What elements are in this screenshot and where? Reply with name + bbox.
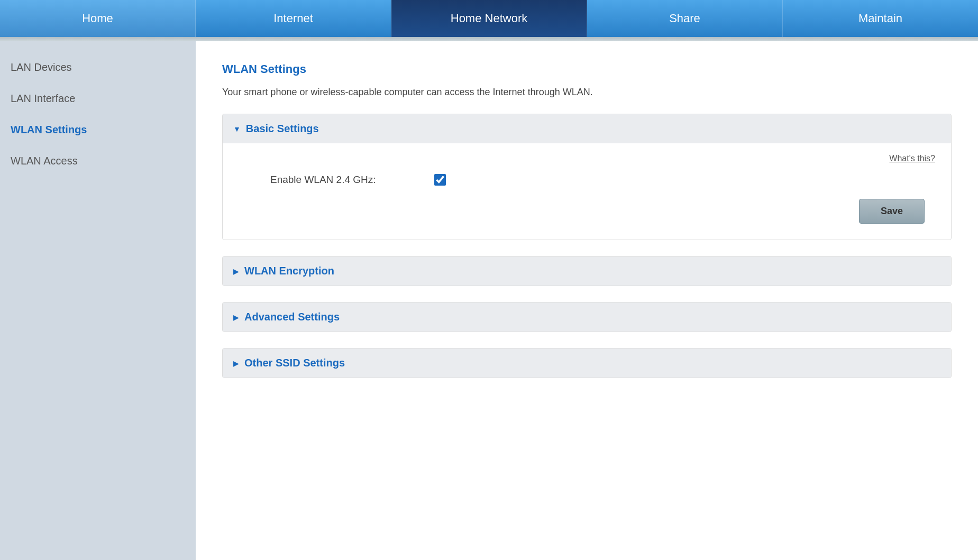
basic-settings-arrow: ▼ [233,125,241,133]
sidebar-item-wlan-settings[interactable]: WLAN Settings [0,114,196,145]
nav-home-network[interactable]: Home Network [391,0,587,37]
other-ssid-settings-panel: ▶ Other SSID Settings [222,348,952,378]
nav-internet[interactable]: Internet [196,0,391,37]
nav-separator [0,37,978,41]
wlan-encryption-title: WLAN Encryption [244,265,334,277]
advanced-settings-header[interactable]: ▶ Advanced Settings [223,302,951,332]
sidebar-item-wlan-access[interactable]: WLAN Access [0,145,196,177]
nav-maintain[interactable]: Maintain [783,0,978,37]
wlan-encryption-header[interactable]: ▶ WLAN Encryption [223,256,951,286]
sidebar-item-lan-devices[interactable]: LAN Devices [0,52,196,83]
main-content: WLAN Settings Your smart phone or wirele… [196,41,978,560]
enable-wlan-checkbox[interactable] [434,174,446,186]
nav-share[interactable]: Share [587,0,783,37]
save-button[interactable]: Save [859,199,925,224]
nav-home[interactable]: Home [0,0,196,37]
basic-settings-title: Basic Settings [246,123,319,135]
top-navigation: Home Internet Home Network Share Maintai… [0,0,978,37]
basic-settings-header[interactable]: ▼ Basic Settings [223,114,951,143]
other-ssid-settings-title: Other SSID Settings [244,357,345,369]
whats-this-row: What's this? [239,154,935,163]
basic-settings-body: What's this? Enable WLAN 2.4 GHz: Save [223,143,951,240]
sidebar-item-lan-interface[interactable]: LAN Interface [0,83,196,114]
advanced-settings-arrow: ▶ [233,313,239,322]
other-ssid-settings-header[interactable]: ▶ Other SSID Settings [223,348,951,378]
wlan-encryption-panel: ▶ WLAN Encryption [222,256,952,286]
basic-settings-panel: ▼ Basic Settings What's this? Enable WLA… [222,114,952,240]
page-description: Your smart phone or wireless-capable com… [222,87,952,98]
main-area: LAN Devices LAN Interface WLAN Settings … [0,41,978,560]
advanced-settings-title: Advanced Settings [244,311,340,323]
enable-wlan-label: Enable WLAN 2.4 GHz: [270,174,418,186]
page-title: WLAN Settings [222,62,952,76]
whats-this-link[interactable]: What's this? [889,154,935,163]
other-ssid-settings-arrow: ▶ [233,359,239,368]
wlan-encryption-arrow: ▶ [233,267,239,276]
advanced-settings-panel: ▶ Advanced Settings [222,302,952,332]
save-row: Save [239,199,935,224]
enable-wlan-row: Enable WLAN 2.4 GHz: [239,174,935,186]
sidebar: LAN Devices LAN Interface WLAN Settings … [0,41,196,560]
